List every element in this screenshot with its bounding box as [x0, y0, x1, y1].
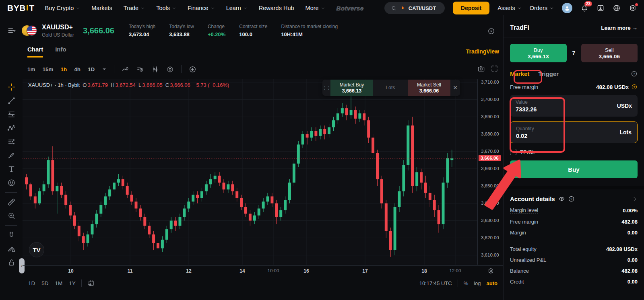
trend-line-icon[interactable] — [7, 97, 16, 105]
tradingview-logo[interactable]: TV — [29, 242, 44, 257]
quick-buy-button[interactable]: Buy 3,666.13 — [510, 44, 567, 62]
ruler-icon[interactable] — [7, 198, 16, 206]
nav-item-rewards-hub[interactable]: Rewards Hub — [259, 5, 294, 11]
chart-settings-icon[interactable] — [166, 66, 174, 73]
quantity-field-label: Quantity — [516, 126, 534, 132]
instrument-menu-icon[interactable] — [7, 26, 16, 35]
chevron-down-icon — [211, 6, 215, 10]
chevron-down-icon — [549, 6, 554, 10]
account-details-header[interactable]: Account details ? — [510, 195, 638, 202]
orders-menu[interactable]: Orders — [530, 5, 554, 11]
tab-info[interactable]: Info — [55, 46, 66, 56]
close-icon[interactable]: ✕ — [450, 80, 460, 96]
learn-more-link[interactable]: Learn more → — [601, 25, 638, 31]
chart-plot[interactable]: XAUUSD+ · 1h · BybitO3,671.79H3,672.54L3… — [23, 79, 477, 265]
tradingview-link[interactable]: TradingView — [466, 48, 499, 55]
nav-item-markets[interactable]: Markets — [91, 5, 112, 11]
quantity-field[interactable]: Quantity 0.02 Lots — [510, 121, 638, 143]
nav-item-more[interactable]: More — [305, 5, 325, 11]
tab-trigger[interactable]: Trigger — [538, 70, 559, 77]
lock-all-icon[interactable] — [7, 258, 16, 267]
chart-style-icon[interactable] — [122, 66, 129, 73]
zoom-in-icon[interactable] — [7, 212, 16, 220]
tpsl-checkbox[interactable] — [510, 149, 516, 155]
interval-1D[interactable]: 1D — [88, 66, 95, 72]
drawing-lock-icon[interactable] — [7, 245, 16, 253]
tool-divider — [5, 192, 17, 193]
chevron-right-icon[interactable] — [632, 196, 638, 202]
nav-item-botverse[interactable]: Botverse — [336, 5, 364, 12]
downloads-button[interactable] — [597, 4, 605, 12]
range-1M[interactable]: 1M — [55, 280, 63, 286]
buy-submit-button[interactable]: Buy — [510, 160, 638, 178]
language-button[interactable] — [613, 4, 621, 12]
tab-chart[interactable]: Chart — [27, 46, 43, 58]
nav-item-trade[interactable]: Trade — [124, 5, 145, 11]
text-icon[interactable] — [7, 165, 16, 173]
crosshair-icon[interactable] — [7, 83, 16, 91]
range-1Y[interactable]: 1Y — [69, 280, 76, 286]
tab-market[interactable]: Market — [510, 70, 529, 77]
fib-retracement-icon[interactable] — [7, 110, 16, 119]
time-tick: 16 — [294, 268, 318, 274]
interval-4h[interactable]: 4h — [74, 66, 80, 72]
free-margin-value: 482.08 USDx — [596, 84, 629, 90]
legend-title[interactable]: XAUUSD+ · 1h · Bybit — [28, 82, 80, 88]
settings-button[interactable] — [629, 4, 637, 12]
xabcd-pattern-icon[interactable] — [7, 124, 16, 132]
lots-input[interactable]: Lots — [373, 80, 408, 96]
screenshot-camera-icon[interactable] — [477, 65, 485, 72]
deposit-button[interactable]: Deposit — [453, 2, 489, 14]
interval-dropdown-icon[interactable] — [102, 67, 107, 72]
emoji-icon[interactable] — [7, 179, 16, 187]
log-scale-button[interactable]: log — [474, 280, 481, 286]
chevron-down-icon — [321, 6, 325, 10]
legend-key: L — [138, 82, 141, 88]
fullscreen-icon[interactable] — [491, 65, 498, 72]
help-icon[interactable]: ? — [631, 70, 638, 77]
notifications-button[interactable]: 23 — [580, 4, 588, 12]
value-field[interactable]: Value 7332.26 USDx — [510, 95, 638, 117]
interval-15m[interactable]: 15m — [43, 66, 54, 72]
drag-handle-icon[interactable]: ⋮⋮ — [322, 80, 330, 96]
chart-plot-wrap: XAUUSD+ · 1h · BybitO3,671.79H3,672.54L3… — [23, 79, 503, 265]
market-sell-button[interactable]: Market Sell 3,666.06 — [408, 80, 450, 96]
price-tick: 3,650.00 — [481, 183, 499, 188]
price-axis[interactable]: 3,710.003,700.003,690.003,680.003,670.00… — [477, 79, 503, 265]
compare-candles-icon[interactable] — [151, 66, 159, 73]
magnet-icon[interactable] — [7, 231, 16, 239]
fire-icon — [400, 5, 405, 11]
assets-menu[interactable]: Assets — [497, 5, 522, 11]
nav-item-learn[interactable]: Learn — [226, 5, 248, 11]
time-axis[interactable]: 1011121410:0016171812:00 — [23, 265, 503, 276]
profile-avatar[interactable] — [562, 3, 572, 13]
add-funds-icon[interactable] — [631, 84, 638, 90]
indicators-icon[interactable] — [136, 66, 144, 73]
instrument-name[interactable]: XAUUSD+ Gold US Dollar — [42, 24, 74, 38]
eye-icon[interactable] — [558, 195, 565, 202]
nav-item-buy-crypto[interactable]: Buy Crypto — [45, 5, 80, 11]
interval-1h[interactable]: 1h — [61, 66, 67, 72]
nav-item-tools[interactable]: Tools — [156, 5, 176, 11]
brush-icon[interactable] — [7, 151, 16, 160]
nav-item-finance[interactable]: Finance — [188, 5, 215, 11]
help-icon[interactable]: ? — [568, 195, 575, 202]
range-5D[interactable]: 5D — [41, 280, 48, 286]
bybit-logo[interactable]: BYBIT — [7, 3, 35, 13]
auto-scale-button[interactable]: auto — [487, 280, 497, 286]
long-short-position-icon[interactable] — [7, 138, 16, 146]
clock-utc[interactable]: 10:17:45 UTC — [419, 280, 452, 286]
time-tick: 12:00 — [443, 268, 467, 273]
chart-toolbar: 1m15m1h4h1D — [0, 61, 503, 77]
axis-settings-icon[interactable] — [487, 267, 494, 274]
interval-1m[interactable]: 1m — [27, 66, 35, 72]
percent-scale-button[interactable]: % — [464, 280, 469, 286]
search-input[interactable]: CATI/USDT — [384, 2, 445, 14]
goto-date-icon[interactable] — [87, 279, 95, 287]
quick-sell-button[interactable]: Sell 3,666.06 — [581, 44, 638, 62]
time-tick: 12 — [177, 268, 201, 274]
add-indicator-icon[interactable] — [189, 66, 196, 73]
market-buy-button[interactable]: Market Buy 3,666.13 — [330, 80, 373, 96]
tutorial-video-icon[interactable] — [487, 27, 495, 35]
range-1D[interactable]: 1D — [28, 280, 35, 286]
